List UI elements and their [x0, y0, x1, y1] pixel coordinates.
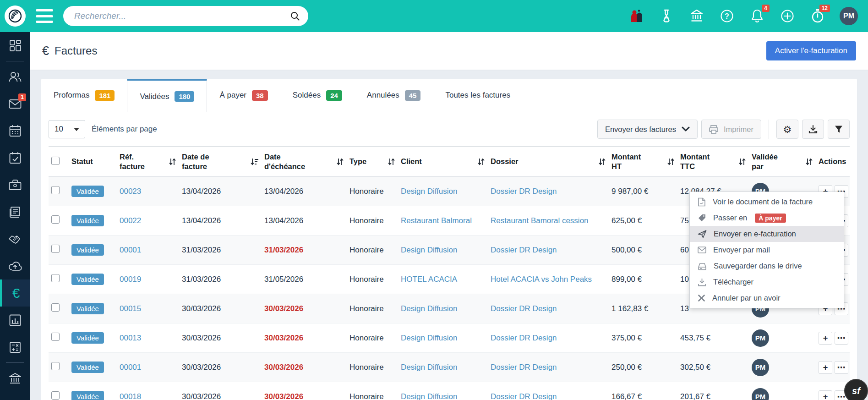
- client-link[interactable]: Design Diffusion: [401, 246, 457, 254]
- user-avatar[interactable]: PM: [840, 7, 858, 25]
- client-link[interactable]: Design Diffusion: [401, 334, 457, 342]
- dossier-link[interactable]: Dossier DR Design: [491, 334, 557, 342]
- row-checkbox[interactable]: [51, 215, 60, 224]
- dossier-link[interactable]: Hotel ACACIA vs John Peaks: [491, 275, 592, 284]
- client-link[interactable]: Restaurant Balmoral: [401, 216, 472, 225]
- sort-icon[interactable]: [477, 158, 485, 166]
- menu-item-passer-en[interactable]: Passer en À payer: [690, 210, 844, 226]
- settings-button[interactable]: ⚙: [776, 120, 798, 139]
- dossier-link[interactable]: Dossier DR Design: [491, 187, 557, 196]
- per-page-select[interactable]: 10: [49, 120, 85, 138]
- select-all-checkbox[interactable]: [51, 157, 60, 165]
- sidebar-item-mail[interactable]: 1: [0, 90, 30, 117]
- dossier-link[interactable]: Dossier DR Design: [491, 246, 557, 254]
- tab-validees[interactable]: Validées 180: [127, 79, 207, 112]
- search-input[interactable]: [74, 11, 290, 21]
- dossier-link[interactable]: Dossier DR Design: [491, 304, 557, 313]
- sidebar-item-partners[interactable]: [0, 225, 30, 252]
- sort-icon[interactable]: [738, 158, 746, 166]
- sidebar-item-contacts[interactable]: [0, 63, 30, 90]
- team-icon[interactable]: [628, 8, 644, 24]
- client-link[interactable]: Design Diffusion: [401, 363, 457, 372]
- row-checkbox[interactable]: [51, 274, 60, 282]
- row-add-button[interactable]: +: [819, 332, 832, 345]
- menu-item-envoyer-par-mail[interactable]: Envoyer par mail: [690, 242, 844, 258]
- sort-icon[interactable]: [169, 158, 176, 166]
- sort-icon[interactable]: [388, 158, 395, 166]
- tab-toutes-les-factures[interactable]: Toutes les factures: [433, 79, 523, 112]
- menu-item-envoyer-e-facturation[interactable]: Envoyer en e-facturation: [690, 226, 844, 242]
- row-more-button[interactable]: ⋯: [835, 332, 848, 345]
- sort-desc-icon[interactable]: [250, 158, 259, 166]
- invoice-ref-link[interactable]: 00022: [120, 216, 141, 225]
- sort-icon[interactable]: [598, 158, 606, 166]
- table-row[interactable]: Validée 00001 30/03/2026 30/03/2026 Hono…: [49, 353, 850, 382]
- row-checkbox[interactable]: [51, 333, 60, 341]
- print-button[interactable]: Imprimer: [701, 120, 761, 139]
- menu-item-view-document[interactable]: Voir le document de la facture: [690, 194, 844, 210]
- sort-icon[interactable]: [667, 158, 675, 166]
- tab-annulees[interactable]: Annulées 45: [355, 79, 433, 112]
- invoice-ref-link[interactable]: 00023: [120, 187, 141, 196]
- menu-item-sauvegarder-drive[interactable]: Sauvegarder dans le drive: [690, 258, 844, 274]
- flask-icon[interactable]: [658, 8, 675, 24]
- svg-text:?: ?: [725, 12, 729, 20]
- invoice-ref-link[interactable]: 00001: [120, 246, 141, 254]
- stopwatch-icon[interactable]: 12: [809, 8, 826, 24]
- row-add-button[interactable]: +: [819, 361, 832, 374]
- invoice-ref-link[interactable]: 00018: [120, 392, 141, 400]
- plus-circle-icon[interactable]: [779, 8, 796, 24]
- row-checkbox[interactable]: [51, 186, 60, 194]
- invoice-ref-link[interactable]: 00015: [120, 304, 141, 313]
- sidebar-item-invoices[interactable]: €: [0, 279, 30, 307]
- sidebar-item-briefcase[interactable]: [0, 171, 30, 198]
- invoice-ref-link[interactable]: 00001: [120, 363, 141, 372]
- invoice-ref-link[interactable]: 00019: [120, 275, 141, 284]
- client-link[interactable]: Design Diffusion: [401, 392, 457, 400]
- client-link[interactable]: Design Diffusion: [401, 187, 457, 196]
- export-button[interactable]: [802, 120, 824, 139]
- row-checkbox[interactable]: [51, 303, 60, 312]
- sort-icon[interactable]: [336, 158, 344, 166]
- col-montant-ttc: Montant TTC: [680, 152, 718, 171]
- tab-soldees[interactable]: Soldées 24: [280, 79, 355, 112]
- table-row[interactable]: Validée 00013 30/03/2026 30/03/2026 Hono…: [49, 323, 850, 353]
- app-logo[interactable]: [5, 5, 26, 27]
- sidebar-item-bank[interactable]: [0, 365, 30, 392]
- menu-toggle-icon[interactable]: [36, 9, 53, 23]
- dossier-link[interactable]: Restaurant Bamoral cession: [491, 216, 589, 225]
- row-add-button[interactable]: +: [819, 390, 832, 400]
- col-type: Type: [349, 157, 366, 166]
- sidebar-item-accounting[interactable]: [0, 334, 30, 361]
- dossier-link[interactable]: Dossier DR Design: [491, 363, 557, 372]
- sort-icon[interactable]: [805, 158, 813, 166]
- row-checkbox[interactable]: [51, 391, 60, 400]
- client-link[interactable]: HOTEL ACACIA: [401, 275, 457, 284]
- activate-einvoicing-button[interactable]: Activer l'e-facturation: [766, 41, 856, 60]
- table-row[interactable]: Validée 00018 30/03/2026 30/03/2026 Hono…: [49, 382, 850, 400]
- sidebar-item-drive[interactable]: [0, 252, 30, 279]
- filter-button[interactable]: [828, 120, 850, 139]
- send-invoices-button[interactable]: Envoyer des factures: [597, 120, 698, 139]
- search-icon[interactable]: [290, 11, 300, 21]
- menu-item-annuler-avoir[interactable]: Annuler par un avoir: [690, 290, 844, 306]
- row-checkbox[interactable]: [51, 245, 60, 253]
- sidebar-item-tasks[interactable]: [0, 144, 30, 171]
- debug-toolbar-button[interactable]: sf: [844, 379, 868, 400]
- sidebar-item-stats[interactable]: [0, 307, 30, 334]
- invoice-ref-link[interactable]: 00013: [120, 334, 141, 342]
- help-icon[interactable]: ?: [719, 8, 735, 24]
- row-more-button[interactable]: ⋯: [835, 361, 848, 374]
- sidebar-item-documents[interactable]: [0, 198, 30, 225]
- bank-icon[interactable]: [688, 8, 705, 24]
- invoice-type: Honoraire: [347, 323, 398, 353]
- bell-icon[interactable]: 4: [749, 8, 765, 24]
- menu-item-telecharger[interactable]: Télécharger: [690, 274, 844, 290]
- tab-proformas[interactable]: Proformas 181: [41, 79, 127, 112]
- sidebar-item-dashboard[interactable]: [0, 32, 30, 59]
- tab-a-payer[interactable]: À payer 38: [207, 79, 280, 112]
- dossier-link[interactable]: Dossier DR Design: [491, 392, 557, 400]
- sidebar-item-calendar[interactable]: [0, 117, 30, 144]
- client-link[interactable]: Design Diffusion: [401, 304, 457, 313]
- row-checkbox[interactable]: [51, 362, 60, 370]
